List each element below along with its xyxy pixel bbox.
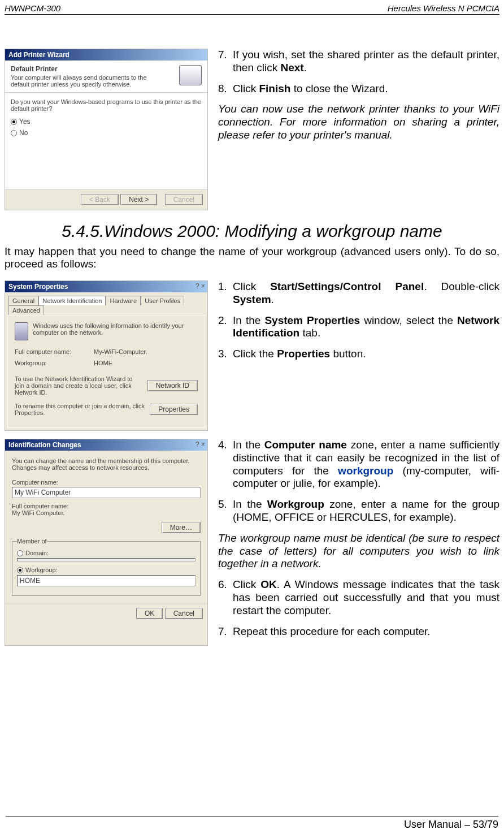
- full-computer-name-value: My WiFi Computer.: [12, 509, 201, 516]
- tab-hardware[interactable]: Hardware: [106, 296, 141, 305]
- section-intro: It may happen that you need to change th…: [5, 245, 499, 270]
- model-code: HWNPCM-300: [5, 3, 60, 13]
- computer-name-label: Computer name:: [12, 479, 201, 486]
- radio-workgroup[interactable]: Workgroup:: [17, 566, 195, 574]
- full-computer-name-label: Full computer name:: [12, 503, 201, 509]
- prop-desc: To rename this computer or join a domain…: [15, 403, 145, 416]
- help-icon[interactable]: ? ×: [193, 439, 207, 450]
- nid-desc: To use the Network Identification Wizard…: [15, 375, 143, 396]
- network-id-button[interactable]: Network ID: [147, 380, 198, 391]
- radio-yes[interactable]: Yes: [11, 118, 202, 126]
- radio-no[interactable]: No: [11, 129, 202, 137]
- next-button[interactable]: Next >: [120, 194, 157, 205]
- computer-name-input[interactable]: My WiFi Computer: [12, 487, 201, 498]
- workgroup-label: Workgroup:: [15, 360, 94, 366]
- page-header: HWNPCM-300 Hercules Wireless N PCMCIA: [5, 3, 499, 15]
- tab-network-id[interactable]: Network Identification: [38, 296, 106, 305]
- printer-note: You can now use the network printer than…: [218, 103, 499, 141]
- step-1: 1.Click Start/Settings/Control Panel. Do…: [218, 280, 499, 306]
- full-name-value: My-WiFi-Computer.: [94, 348, 147, 355]
- radio-yes-label: Yes: [19, 118, 31, 126]
- idchg-desc: You can change the name and the membersh…: [12, 457, 201, 471]
- step-4: 4.In the Computer name zone, enter a nam…: [218, 439, 499, 490]
- section-heading: 5.4.5.Windows 2000: Modifying a workgrou…: [5, 222, 499, 241]
- tab-advanced[interactable]: Advanced: [8, 305, 44, 315]
- workgroup-value: HOME: [94, 360, 112, 366]
- product-name: Hercules Wireless N PCMCIA: [388, 3, 499, 13]
- step-7: 7.If you wish, set the shared printer as…: [218, 49, 499, 75]
- workgroup-input[interactable]: HOME: [17, 575, 195, 586]
- step-7b: 7.Repeat this procedure for each compute…: [218, 625, 499, 638]
- window-title: System Properties: [5, 281, 207, 292]
- window-title: Identification Changes: [5, 439, 207, 451]
- cancel-button[interactable]: Cancel: [165, 608, 203, 619]
- ok-button[interactable]: OK: [136, 608, 163, 619]
- step-8: 8.Click Finish to close the Wizard.: [218, 83, 499, 96]
- step-5: 5.In the Workgroup zone, enter a name fo…: [218, 498, 499, 524]
- workgroup-note: The workgroup name must be identical (be…: [218, 532, 499, 571]
- wizard-heading: Default Printer: [11, 65, 202, 73]
- properties-button[interactable]: Properties: [150, 404, 198, 415]
- window-title: Add Printer Wizard: [5, 49, 207, 61]
- wizard-subtext: Your computer will always send documents…: [11, 74, 158, 88]
- step-6: 6.Click OK. A Windows message indicates …: [218, 578, 499, 617]
- radio-no-label: No: [19, 129, 28, 137]
- back-button[interactable]: < Back: [81, 194, 119, 205]
- help-icon[interactable]: ? ×: [193, 281, 207, 291]
- netid-desc: Windows uses the following information t…: [33, 322, 198, 340]
- add-printer-wizard-window: Add Printer Wizard Default Printer Your …: [5, 49, 208, 210]
- member-of-legend: Member of: [17, 538, 47, 545]
- workgroup-label: Workgroup:: [25, 567, 58, 573]
- full-name-label: Full computer name:: [15, 348, 94, 355]
- default-question: Do you want your Windows-based programs …: [11, 98, 202, 112]
- tab-general[interactable]: General: [8, 296, 38, 305]
- identification-changes-window: Identification Changes ? × You can chang…: [5, 439, 208, 646]
- step-3: 3.Click the Properties button.: [218, 348, 499, 361]
- radio-domain[interactable]: Domain:: [17, 549, 195, 557]
- system-properties-window: System Properties ? × General Network Id…: [5, 280, 208, 431]
- printer-icon: [179, 65, 202, 85]
- domain-input[interactable]: [17, 558, 195, 561]
- cancel-button[interactable]: Cancel: [165, 194, 203, 205]
- tab-user-profiles[interactable]: User Profiles: [141, 296, 184, 305]
- computer-icon: [15, 322, 28, 340]
- more-button[interactable]: More…: [162, 522, 201, 533]
- domain-label: Domain:: [25, 550, 49, 556]
- page-footer: User Manual – 53/79: [6, 816, 498, 831]
- step-2: 2.In the System Properties window, selec…: [218, 314, 499, 340]
